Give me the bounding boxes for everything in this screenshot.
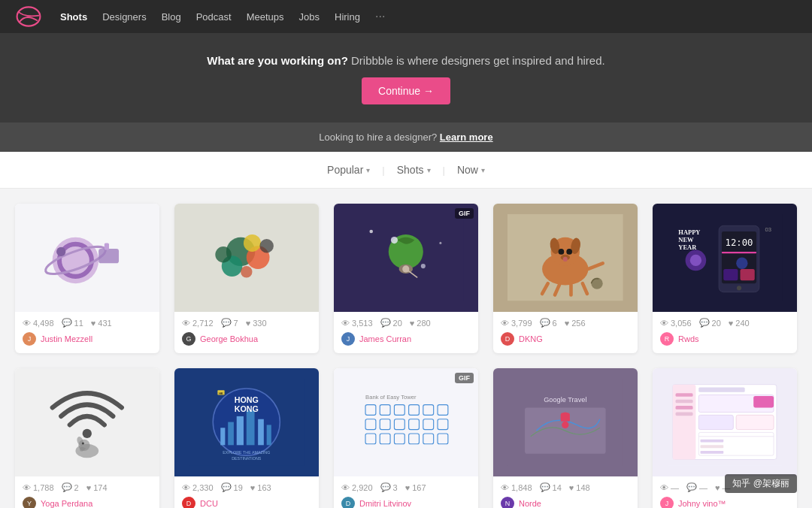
author-name[interactable]: George Bokhua	[200, 334, 258, 343]
view-count: 2,920	[352, 483, 373, 492]
author-name[interactable]: Dmitri Litvinov	[359, 499, 411, 508]
like-stat: ♥ 280	[410, 319, 431, 328]
logo[interactable]	[15, 6, 42, 27]
shot-author: R Rwds	[660, 332, 789, 346]
shot-card[interactable]: Bank of Easy Tower	[334, 368, 478, 508]
comment-icon: 💬	[540, 482, 550, 492]
view-count: 4,498	[33, 319, 54, 328]
comment-count: —	[699, 483, 707, 492]
author-name[interactable]: DCU	[200, 499, 218, 508]
shot-card[interactable]: 👁 2,712 💬 7 ♥ 330 G George Bokhua	[174, 204, 319, 353]
author-name[interactable]: Rwds	[678, 334, 699, 343]
shot-card[interactable]: Google Travel 👁 1,848 💬 14	[493, 368, 638, 508]
view-stat: 👁 2,330	[182, 483, 214, 492]
heart-icon: ♥	[565, 319, 570, 328]
eye-icon: 👁	[182, 319, 190, 328]
svg-point-0	[17, 7, 41, 26]
shot-thumbnail	[15, 368, 159, 476]
svg-rect-99	[561, 413, 570, 422]
nav-shots[interactable]: Shots	[60, 11, 87, 23]
watermark: 知乎 @架穆丽	[725, 474, 797, 493]
now-filter[interactable]: Now ▾	[451, 161, 491, 179]
shot-meta: 👁 1,788 💬 2 ♥ 174 Y Yoga Perdana	[15, 476, 159, 508]
view-count: 3,056	[671, 319, 692, 328]
comment-icon: 💬	[686, 482, 697, 492]
shot-card[interactable]: GIF 👁 3,513 💬 20 ♥ 280 J	[334, 204, 478, 353]
shot-stats: 👁 4,498 💬 11 ♥ 431	[23, 318, 152, 328]
like-stat: ♥ 431	[91, 319, 112, 328]
shot-author: J Justin Mezzell	[23, 332, 152, 346]
comment-stat: 💬 20	[699, 318, 721, 328]
author-name[interactable]: Johny vino™	[678, 499, 726, 508]
shot-card[interactable]: HAPPY NEW YEAR 03 12:00 👁	[653, 204, 797, 353]
comment-icon: 💬	[62, 318, 72, 328]
shot-card[interactable]: 👁 1,788 💬 2 ♥ 174 Y Yoga Perdana	[15, 368, 159, 508]
heart-icon: ♥	[86, 483, 92, 492]
nav-hiring[interactable]: Hiring	[335, 11, 360, 23]
shot-author: N Norde	[501, 497, 630, 508]
nav-meetups[interactable]: Meetups	[247, 11, 284, 23]
shots-filter[interactable]: Shots ▾	[391, 161, 437, 179]
svg-rect-63	[220, 428, 225, 446]
svg-rect-105	[676, 400, 693, 404]
svg-rect-7	[105, 243, 109, 250]
shots-chevron-icon: ▾	[427, 166, 431, 174]
svg-point-23	[370, 230, 374, 234]
popular-filter[interactable]: Popular ▾	[321, 161, 376, 179]
svg-point-54	[690, 255, 701, 266]
nav-podcast[interactable]: Podcast	[196, 11, 232, 23]
comment-count: 6	[553, 319, 557, 328]
shot-thumbnail	[15, 204, 159, 312]
learn-more-link[interactable]: Learn more	[440, 132, 493, 143]
popular-chevron-icon: ▾	[366, 166, 370, 174]
svg-text:HK: HK	[219, 392, 223, 395]
heart-icon: ♥	[715, 483, 720, 492]
svg-rect-107	[676, 413, 693, 416]
svg-point-13	[260, 239, 274, 252]
shot-stats: 👁 3,513 💬 20 ♥ 280	[341, 318, 471, 328]
continue-button[interactable]: Continue →	[362, 77, 450, 104]
svg-rect-117	[701, 451, 724, 454]
avatar: J	[660, 497, 674, 508]
svg-point-31	[567, 249, 573, 255]
view-count: —	[671, 483, 679, 492]
nav-designers[interactable]: Designers	[102, 11, 147, 23]
comment-icon: 💬	[380, 482, 391, 492]
shot-card[interactable]: HONG KONG EXPLORE THE AMAZING DESTINATIO…	[174, 368, 319, 508]
shot-meta: 👁 2,920 💬 3 ♥ 167 D Dmitri Litvinov	[334, 476, 478, 508]
comment-stat: 💬 11	[62, 318, 83, 328]
shot-thumbnail	[174, 204, 319, 312]
nav-blog[interactable]: Blog	[162, 11, 181, 23]
heart-icon: ♥	[405, 483, 411, 492]
author-name[interactable]: DKNG	[519, 334, 543, 343]
view-stat: 👁 3,056	[660, 319, 692, 328]
avatar: J	[341, 332, 355, 346]
svg-point-14	[216, 246, 232, 263]
shot-stats: 👁 1,848 💬 14 ♥ 148	[501, 482, 630, 492]
shot-card[interactable]: 👁 3,799 💬 6 ♥ 256 D DKNG	[493, 204, 638, 353]
view-count: 2,712	[192, 319, 214, 328]
nav-jobs[interactable]: Jobs	[299, 11, 320, 23]
svg-rect-6	[98, 249, 119, 263]
eye-icon: 👁	[501, 319, 509, 328]
svg-rect-48	[722, 252, 756, 253]
author-name[interactable]: James Curran	[359, 334, 411, 343]
shot-card[interactable]: 👁 4,498 💬 11 ♥ 431 J Justin Mezzell	[15, 204, 159, 353]
author-name[interactable]: Yoga Perdana	[41, 499, 92, 508]
like-count: 148	[576, 483, 589, 492]
nav-more[interactable]: ···	[375, 10, 385, 23]
author-name[interactable]: Justin Mezzell	[41, 334, 92, 343]
svg-rect-108	[698, 388, 744, 392]
view-count: 3,799	[511, 319, 532, 328]
comment-count: 3	[393, 483, 398, 492]
author-name[interactable]: Norde	[519, 499, 541, 508]
shot-author: Y Yoga Perdana	[23, 497, 152, 508]
comment-count: 19	[234, 483, 243, 492]
svg-text:HAPPY: HAPPY	[679, 228, 701, 236]
filter-bar: Popular ▾ | Shots ▾ | Now ▾	[0, 152, 812, 189]
comment-stat: 💬 19	[221, 482, 243, 492]
comment-icon: 💬	[699, 318, 710, 328]
like-count: 330	[253, 319, 266, 328]
svg-rect-110	[698, 416, 733, 430]
avatar: Y	[23, 497, 36, 508]
